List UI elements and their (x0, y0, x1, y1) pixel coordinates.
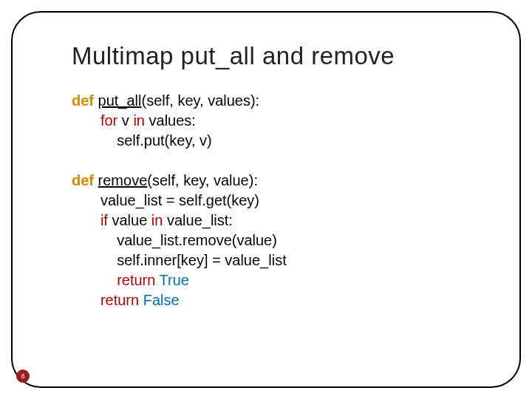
function-name: remove (98, 172, 148, 188)
keyword-if: if (100, 212, 108, 228)
keyword-in: in (133, 112, 145, 129)
loop-var: v (117, 112, 133, 129)
page-number-badge: 8 (16, 369, 30, 383)
keyword-in: in (151, 212, 163, 228)
function-name: put_all (98, 92, 142, 109)
signature: (self, key, values): (142, 92, 260, 109)
keyword-def: def (72, 92, 94, 109)
keyword-def: def (72, 172, 94, 188)
keyword-return: return (117, 272, 155, 288)
code-line: self.put(key, v) (117, 132, 212, 149)
code-block-put-all: def put_all(self, key, values): for v in… (72, 91, 482, 310)
signature: (self, key, value): (147, 172, 258, 188)
keyword-return: return (100, 292, 139, 308)
if-cond: value_list: (163, 212, 233, 228)
loop-iter: values: (145, 112, 196, 129)
keyword-true: True (160, 272, 189, 288)
page-number: 8 (21, 372, 24, 380)
if-cond: value (108, 212, 151, 228)
slide-frame: Multimap put_all and remove def put_all(… (11, 11, 521, 388)
code-line: value_list.remove(value) (117, 232, 277, 248)
keyword-for: for (100, 112, 117, 129)
code-line: value_list = self.get(key) (100, 192, 259, 208)
code-line: self.inner[key] = value_list (117, 252, 287, 268)
page-title: Multimap put_all and remove (72, 42, 482, 70)
keyword-false: False (143, 292, 180, 308)
